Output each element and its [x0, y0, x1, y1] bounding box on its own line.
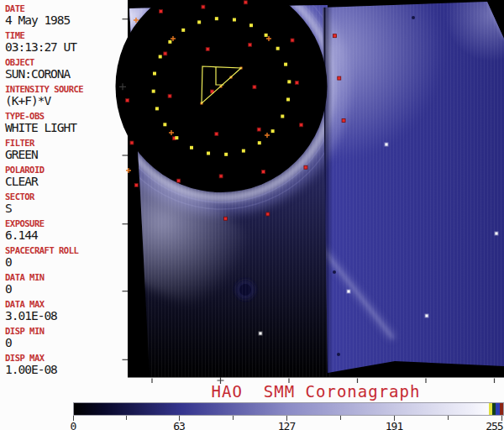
metadata-field: DATA MAX3.01E-08	[5, 299, 114, 322]
red-fiducial-dot	[338, 76, 341, 80]
dark-speck	[412, 16, 415, 19]
field-label: FILTER	[5, 138, 114, 148]
field-label: DISP MAX	[5, 353, 114, 363]
colorbar-tick-label: 63	[173, 420, 185, 430]
yellow-fiducial-dot	[287, 80, 291, 83]
red-fiducial-dot	[291, 39, 294, 42]
metadata-field: EXPOSURE6.144	[5, 218, 114, 242]
yellow-fiducial-dot	[276, 47, 280, 50]
field-value: 0	[5, 282, 114, 296]
colorbar-tick-label: 191	[386, 420, 402, 430]
metadata-field: SPACECRAFT ROLL0	[5, 245, 114, 269]
colorbar-minor-tick	[233, 416, 234, 420]
dark-speck	[333, 270, 336, 274]
colorbar-minor-tick	[126, 416, 127, 420]
red-fiducial-dot	[206, 48, 209, 51]
yellow-fiducial-dot	[163, 123, 166, 126]
field-value: 0	[5, 255, 114, 269]
field-label: OBJECT	[5, 57, 114, 67]
red-fiducial-dot	[168, 94, 171, 97]
colorbar-gradient	[73, 402, 504, 416]
yellow-fiducial-dot	[258, 141, 261, 144]
red-fiducial-dot	[249, 43, 252, 46]
yellow-fiducial-dot	[190, 146, 193, 149]
field-value: CLEAR	[5, 175, 114, 188]
metadata-field: DISP MAX1.00E-08	[5, 353, 114, 376]
colorbar: 063127191255	[0, 401, 504, 430]
field-label: TYPE-OBS	[5, 111, 114, 121]
star-point	[260, 333, 262, 335]
field-label: POLAROID	[5, 165, 114, 175]
yellow-fiducial-dot	[152, 90, 155, 93]
colorbar-minor-tick	[448, 416, 449, 420]
field-value: 0	[5, 336, 114, 349]
red-fiducial-dot	[126, 99, 129, 102]
yellow-fiducial-dot	[159, 55, 162, 58]
red-fiducial-dot	[177, 179, 181, 182]
red-fiducial-dot	[219, 175, 223, 178]
yellow-fiducial-dot	[181, 29, 185, 32]
yellow-fiducial-dot	[242, 149, 245, 153]
yellow-fiducial-dot	[207, 152, 210, 155]
red-fiducial-dot	[215, 132, 218, 135]
metadata-field: POLAROIDCLEAR	[5, 165, 114, 188]
colorbar-tick-label: 0	[71, 420, 76, 430]
yellow-fiducial-dot	[286, 97, 290, 101]
star-point	[348, 291, 350, 293]
metadata-panel: DATE4 May 1985TIME03:13:27 UTOBJECTSUN:C…	[0, 0, 114, 430]
red-fiducial-dot	[295, 81, 298, 84]
dark-speck	[337, 353, 340, 356]
yellow-fiducial-dot	[224, 153, 228, 156]
field-value: SUN:CORONA	[5, 67, 114, 81]
metadata-field: TYPE-OBSWHITE LIGHT	[5, 111, 114, 134]
red-fiducial-dot	[342, 119, 345, 123]
coronagraph-image	[114, 0, 504, 386]
yellow-fiducial-dot	[155, 107, 159, 110]
red-fiducial-dot	[262, 170, 265, 174]
metadata-field: TIME03:13:27 UT	[5, 30, 114, 54]
star-point	[496, 233, 498, 235]
field-value: 1.00E-08	[5, 363, 114, 376]
red-fiducial-dot	[253, 86, 256, 89]
field-value: S	[5, 202, 114, 215]
yellow-fiducial-dot	[271, 129, 275, 133]
red-fiducial-dot	[300, 123, 303, 127]
yellow-fiducial-dot	[175, 136, 178, 139]
yellow-fiducial-dot	[249, 24, 253, 27]
yellow-fiducial-dot	[265, 34, 268, 37]
field-label: DATA MIN	[5, 272, 114, 282]
metadata-field: DISP MIN0	[5, 326, 114, 349]
field-label: DATE	[5, 3, 114, 13]
field-value: 03:13:27 UT	[5, 40, 114, 54]
red-fiducial-dot	[257, 128, 260, 131]
field-value: 3.01E-08	[5, 309, 114, 322]
yellow-fiducial-dot	[281, 115, 284, 118]
red-fiducial-dot	[304, 165, 307, 169]
yellow-fiducial-dot	[153, 72, 156, 76]
colorbar-tick-label: 127	[278, 420, 295, 430]
field-label: DISP MIN	[5, 326, 114, 336]
red-fiducial-dot	[202, 5, 205, 8]
colorbar-tick-label: 255	[486, 420, 502, 430]
metadata-field: DATE4 May 1985	[5, 3, 114, 27]
field-label: TIME	[5, 30, 114, 40]
yellow-fiducial-dot	[284, 63, 287, 66]
red-fiducial-dot	[266, 212, 270, 216]
metadata-field: DATA MIN0	[5, 272, 114, 296]
metadata-field: OBJECTSUN:CORONA	[5, 57, 114, 81]
red-fiducial-dot	[159, 9, 162, 13]
field-label: DATA MAX	[5, 299, 114, 309]
metadata-field: SECTORS	[5, 191, 114, 215]
metadata-field: FILTERGREEN	[5, 138, 114, 161]
yellow-fiducial-dot	[197, 20, 201, 24]
field-value: WHITE LIGHT	[5, 121, 114, 134]
field-label: SPACECRAFT ROLL	[5, 245, 114, 255]
metadata-field: INTENSITY SOURCE(K+F)*V	[5, 84, 114, 108]
red-fiducial-dot	[244, 1, 247, 4]
field-label: SECTOR	[5, 191, 114, 202]
field-value: (K+F)*V	[5, 94, 114, 108]
star-point	[386, 144, 388, 146]
red-fiducial-dot	[134, 183, 138, 186]
red-fiducial-dot	[164, 52, 167, 55]
yellow-fiducial-dot	[168, 40, 171, 44]
